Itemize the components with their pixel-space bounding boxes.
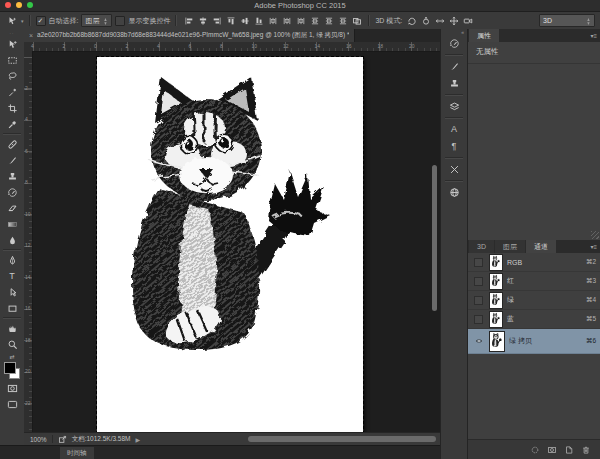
separator — [445, 157, 463, 159]
slide-3d-camera-icon[interactable] — [447, 14, 460, 27]
visibility-toggle[interactable] — [472, 335, 485, 347]
channel-row-red[interactable]: 红 ⌘3 — [468, 272, 600, 291]
vertical-scrollbar[interactable] — [432, 165, 437, 311]
move-tool-option-icon — [5, 14, 18, 27]
foreground-color-swatch[interactable] — [4, 362, 16, 374]
clone-stamp-tool[interactable] — [0, 168, 24, 184]
tab-channels[interactable]: 通道 — [526, 240, 556, 253]
channel-row-rgb[interactable]: RGB ⌘2 — [468, 253, 600, 272]
tab-properties[interactable]: 属性 — [469, 29, 499, 42]
move-3d-camera-icon[interactable] — [461, 14, 474, 27]
new-channel-button[interactable] — [564, 445, 574, 455]
view-dropdown[interactable]: 3D ▲▼ — [539, 14, 595, 27]
show-transform-checkbox[interactable] — [115, 16, 125, 26]
save-selection-as-channel-button[interactable] — [547, 445, 557, 455]
ruler-number: 0 — [94, 43, 97, 49]
auto-select-dropdown[interactable]: 图层 ▲▼ — [81, 14, 112, 27]
screen-mode-button[interactable] — [0, 396, 24, 412]
path-selection-tool[interactable] — [0, 284, 24, 300]
eyedropper-tool[interactable] — [0, 116, 24, 132]
lasso-tool[interactable] — [0, 68, 24, 84]
vertical-ruler: 24681012141618202224 — [24, 51, 33, 432]
channel-row-blue[interactable]: 蓝 ⌘5 — [468, 310, 600, 329]
canvas-page[interactable] — [97, 57, 363, 432]
roll-3d-camera-icon[interactable] — [419, 14, 432, 27]
panel-resize-grip[interactable] — [591, 231, 599, 239]
tab-3d[interactable]: 3D — [469, 240, 494, 253]
brush-tool[interactable] — [0, 152, 24, 168]
history-brush-tool[interactable] — [0, 184, 24, 200]
clone-source-panel-icon[interactable] — [442, 75, 466, 92]
ruler-number: 22 — [25, 400, 31, 406]
delete-channel-button[interactable] — [581, 445, 591, 455]
timeline-tab[interactable]: 时间轴 — [60, 447, 94, 459]
panel-menu-icon[interactable]: ▾≡ — [590, 243, 597, 250]
spot-healing-brush-tool[interactable] — [0, 136, 24, 152]
visibility-toggle[interactable] — [472, 275, 485, 287]
separator — [368, 15, 370, 26]
document-size-info: 文档:1012.5K/3.58M — [72, 435, 131, 444]
distribute-left-icon[interactable] — [266, 14, 279, 27]
zoom-tool[interactable] — [0, 336, 24, 352]
document-canvas-area[interactable]: 4202468101214161820 24681012141618202224 — [24, 42, 440, 432]
rectangular-marquee-tool[interactable] — [0, 52, 24, 68]
panel-menu-icon[interactable]: ▾≡ — [590, 32, 597, 39]
magic-wand-tool[interactable] — [0, 84, 24, 100]
channel-row-green-copy[interactable]: 绿 拷贝 ⌘6 — [468, 329, 600, 354]
pen-tool[interactable] — [0, 252, 24, 268]
close-tab-icon[interactable]: × — [29, 32, 33, 39]
distribute-top-icon[interactable] — [308, 14, 321, 27]
horizontal-scrollbar[interactable] — [248, 436, 436, 442]
align-icons — [182, 14, 363, 27]
gradient-tool[interactable] — [0, 216, 24, 232]
align-left-edges-icon[interactable] — [182, 14, 195, 27]
brush-panel-icon[interactable] — [442, 58, 466, 75]
ruler-number: 10 — [25, 211, 31, 217]
align-right-edges-icon[interactable] — [210, 14, 223, 27]
paragraph-panel-icon[interactable]: ¶ — [442, 138, 466, 155]
character-panel-icon[interactable]: A — [442, 121, 466, 138]
distribute-right-icon[interactable] — [294, 14, 307, 27]
zoom-level[interactable]: 100% — [30, 436, 47, 443]
distribute-vertical-centers-icon[interactable] — [322, 14, 335, 27]
auto-select-checkbox[interactable]: ✓ — [36, 16, 46, 26]
drag-3d-camera-icon[interactable] — [433, 14, 446, 27]
visibility-toggle[interactable] — [472, 294, 485, 306]
align-horizontal-centers-icon[interactable] — [196, 14, 209, 27]
rotate-3d-camera-icon[interactable] — [405, 14, 418, 27]
eraser-tool[interactable] — [0, 200, 24, 216]
distribute-horizontal-centers-icon[interactable] — [280, 14, 293, 27]
align-vertical-centers-icon[interactable] — [238, 14, 251, 27]
ruler-number: 20 — [25, 368, 31, 374]
status-expand-arrow[interactable]: ▶ — [136, 436, 141, 443]
tab-layers[interactable]: 图层 — [495, 240, 525, 253]
separator — [175, 15, 177, 26]
visibility-toggle[interactable] — [472, 256, 485, 268]
hand-tool[interactable] — [0, 320, 24, 336]
auto-align-layers-icon[interactable] — [350, 14, 363, 27]
swap-colors-icon[interactable]: ⇄ — [0, 352, 24, 360]
ruler-number: 2 — [63, 43, 66, 49]
history-panel-icon[interactable] — [442, 35, 466, 52]
tools-panel-grip[interactable]: ∙∙ — [0, 29, 24, 36]
align-top-edges-icon[interactable] — [224, 14, 237, 27]
crop-tool[interactable] — [0, 100, 24, 116]
measurement-panel-icon[interactable] — [442, 161, 466, 178]
rectangle-shape-tool[interactable] — [0, 300, 24, 316]
ruler-number: 4 — [31, 43, 34, 49]
share-icon[interactable] — [58, 435, 67, 444]
visibility-toggle[interactable] — [472, 313, 485, 325]
layer-comps-panel-icon[interactable] — [442, 98, 466, 115]
align-bottom-edges-icon[interactable] — [252, 14, 265, 27]
channel-row-green[interactable]: 绿 ⌘4 — [468, 291, 600, 310]
separator — [3, 317, 21, 319]
load-channel-as-selection-button[interactable] — [530, 445, 540, 455]
tool-preset-caret-icon[interactable]: ▾ — [21, 18, 24, 24]
type-tool[interactable]: T — [0, 268, 24, 284]
distribute-bottom-icon[interactable] — [336, 14, 349, 27]
blur-tool[interactable] — [0, 232, 24, 248]
navigator-panel-icon[interactable] — [442, 184, 466, 201]
document-tab[interactable]: × a2e0207bb2b68b8687dd9038b7d68e883444d4… — [24, 29, 355, 42]
quick-mask-button[interactable] — [0, 380, 24, 396]
move-tool[interactable] — [0, 36, 24, 52]
